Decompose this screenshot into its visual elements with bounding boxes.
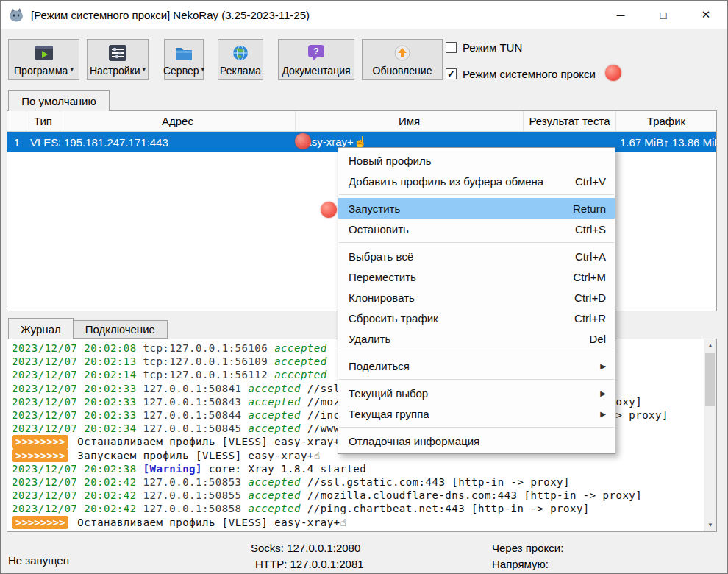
app-logo-icon (8, 7, 24, 22)
log-segment-acc: accepted (248, 489, 300, 501)
column-header-test-result[interactable]: Результат теста (524, 111, 616, 131)
status-running-state: Не запущен (8, 554, 69, 567)
menu-item-current-selection[interactable]: Текущий выбор▶ (338, 383, 615, 403)
submenu-arrow-icon: ▶ (600, 410, 606, 418)
ads-button[interactable]: Реклама (218, 39, 263, 80)
program-button[interactable]: Программа▾ (8, 39, 79, 80)
log-segment-date: 2023/12/07 20:02:42 (12, 503, 137, 514)
titlebar: [Режим системного прокси] NekoRay (3.25-… (1, 1, 727, 29)
minimize-button[interactable]: ─ (599, 1, 642, 29)
menu-separator (339, 379, 614, 380)
settings-button[interactable]: Настройки▾ (87, 39, 149, 80)
menu-item-shortcut: Ctrl+D (574, 291, 606, 304)
globe-icon (231, 43, 250, 63)
window-title: [Режим системного прокси] NekoRay (3.25-… (31, 9, 310, 21)
tab-log[interactable]: Журнал (8, 318, 74, 339)
column-header-traffic[interactable]: Трафик (616, 111, 716, 131)
log-segment-date: 2023/12/07 20:02:14 (12, 369, 137, 380)
log-segment-text: Останавливаем профиль [VLESS] easy-xray+… (71, 436, 346, 447)
status-http-address: HTTP: 127.0.0.1:2081 (255, 558, 364, 570)
settings-button-label: Настройки (90, 65, 140, 77)
documentation-button-label: Документация (282, 65, 350, 77)
log-segment-plain (137, 463, 143, 475)
update-button[interactable]: Обновление (362, 39, 443, 80)
log-segment-date: 2023/12/07 20:02:13 (12, 355, 137, 367)
log-segment-text: //ping.chartbeat.net:443 [http-in -> pro… (301, 503, 590, 514)
menu-item-new-profile[interactable]: Новый профиль (338, 150, 615, 171)
close-button[interactable]: ✕ (685, 1, 727, 29)
column-header-type[interactable]: Тип (26, 111, 60, 131)
log-segment-plain: tcp:127.0.0.1:56106 (137, 342, 275, 354)
menu-item-select-all[interactable]: Выбрать всёCtrl+A (338, 246, 615, 266)
menu-item-shortcut: Return (573, 202, 606, 215)
cell-type: VLESS (26, 136, 60, 149)
menu-item-clone[interactable]: КлонироватьCtrl+D (338, 287, 615, 308)
menu-item-label: Клонировать (349, 291, 415, 304)
context-menu: Новый профильДобавить профиль из буфера … (338, 147, 615, 454)
log-segment-date: 2023/12/07 20:02:08 (12, 342, 137, 354)
log-segment-acc: accepted (248, 409, 300, 421)
tab-connection[interactable]: Подключение (74, 320, 168, 339)
menu-item-start[interactable]: ЗапуститьReturn (338, 198, 615, 219)
log-segment-plain: 127.0.0.1:50841 (137, 383, 249, 394)
tun-mode-checkbox[interactable]: Режим TUN (446, 41, 596, 54)
log-segment-badge: >>>>>>>> (12, 516, 68, 529)
log-segment-badge: >>>>>>>> (12, 435, 68, 448)
log-segment-text: //ssl.gstatic.com:443 [http-in -> proxy] (301, 476, 570, 488)
log-segment-date: 2023/12/07 20:02:33 (12, 396, 137, 408)
menu-item-debug-info[interactable]: Отладочная информация (338, 431, 615, 451)
menu-item-move[interactable]: ПереместитьCtrl+M (338, 266, 615, 287)
server-folder-icon (174, 43, 193, 63)
menu-item-shortcut: Ctrl+V (575, 175, 606, 188)
menu-item-label: Удалить (349, 333, 390, 345)
menu-item-label: Сбросить трафик (349, 312, 438, 325)
click-marker (295, 133, 311, 149)
scroll-up-icon[interactable]: ▲ (704, 339, 716, 352)
menu-item-stop[interactable]: ОстановитьCtrl+S (338, 219, 615, 239)
log-segment-date: 2023/12/07 20:02:33 (12, 409, 137, 421)
documentation-button[interactable]: ? Документация (278, 39, 354, 80)
bottom-tabs: Журнал Подключение (8, 318, 168, 339)
menu-separator (339, 427, 614, 428)
menu-item-label: Запустить (349, 202, 400, 215)
status-via-proxy-label: Через прокси: (492, 542, 563, 554)
log-segment-date: 2023/12/07 20:02:33 (12, 383, 137, 394)
status-bar: Не запущен Socks: 127.0.0.1:2080 HTTP: 1… (1, 532, 727, 573)
submenu-arrow-icon: ▶ (600, 389, 606, 397)
menu-item-delete[interactable]: УдалитьDel (338, 328, 615, 349)
log-segment-text: Запускаем профиль [VLESS] easy-xray+☝ (71, 450, 320, 461)
ads-button-label: Реклама (220, 65, 261, 77)
update-button-label: Обновление (373, 65, 432, 77)
click-marker (605, 65, 621, 81)
checkbox-box: ✓ (446, 68, 457, 79)
maximize-button[interactable]: □ (642, 1, 685, 29)
checkbox-box (446, 42, 457, 53)
menu-item-label: Переместить (349, 271, 416, 283)
log-segment-warn: [Warning] (143, 463, 202, 475)
log-segment-plain: tcp:127.0.0.1:56112 (137, 369, 275, 380)
log-segment-date: 2023/12/07 20:02:34 (12, 422, 137, 434)
menu-item-add-profile-clipboard[interactable]: Добавить профиль из буфера обменаCtrl+V (338, 171, 615, 191)
server-button[interactable]: Сервер▾ (164, 39, 204, 80)
click-marker (321, 202, 337, 218)
checkbox-label: Режим системного прокси (463, 68, 596, 80)
scrollbar-thumb[interactable] (705, 353, 715, 406)
system-proxy-checkbox[interactable]: ✓ Режим системного прокси (446, 68, 596, 80)
tab-default-group[interactable]: По умолчанию (8, 90, 110, 111)
log-line: 2023/12/07 20:02:38 [Warning] core: Xray… (12, 462, 700, 475)
nekoray-window: [Режим системного прокси] NekoRay (3.25-… (0, 0, 728, 574)
server-button-label: Сервер (163, 65, 199, 77)
menu-item-current-group[interactable]: Текущая группа▶ (338, 403, 615, 424)
scroll-down-icon[interactable]: ▼ (704, 519, 716, 531)
log-scrollbar[interactable]: ▲ ▼ (704, 339, 716, 531)
menu-item-share[interactable]: Поделиться▶ (338, 355, 615, 376)
menu-item-reset-traffic[interactable]: Сбросить трафикCtrl+R (338, 308, 615, 328)
log-segment-date: 2023/12/07 20:02:42 (12, 476, 137, 488)
column-header-address[interactable]: Адрес (60, 111, 296, 131)
column-header-name[interactable]: Имя (296, 111, 524, 131)
log-line: 2023/12/07 20:02:42 127.0.0.1:50858 acce… (12, 502, 700, 515)
log-segment-date: 2023/12/07 20:02:42 (12, 489, 137, 501)
chevron-down-icon: ▾ (201, 64, 205, 75)
log-segment-acc: accepted (248, 422, 300, 434)
status-direct-label: Напрямую: (492, 558, 549, 570)
